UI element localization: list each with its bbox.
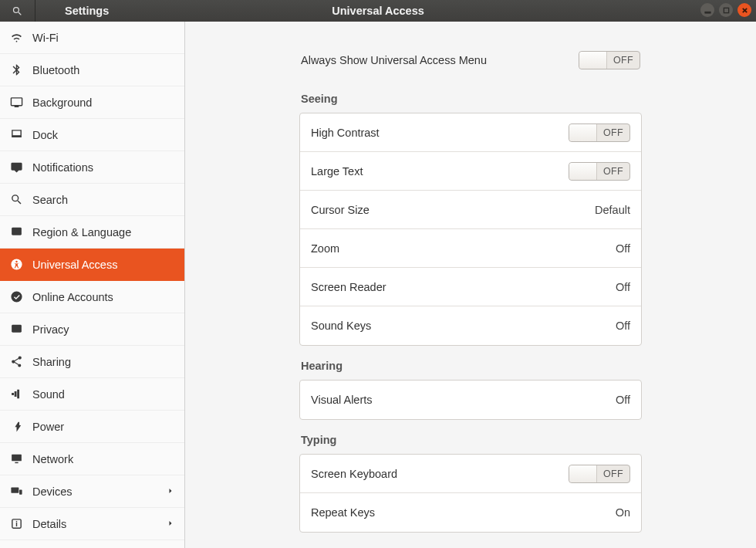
titlebar: Settings Universal Access xyxy=(0,0,756,22)
row-value: Off xyxy=(616,394,630,406)
toggle-state: OFF xyxy=(607,55,640,66)
sidebar-item-label: Privacy xyxy=(32,323,175,336)
row-label: Repeat Keys xyxy=(311,506,375,519)
sidebar-item-details[interactable]: Details xyxy=(0,508,184,540)
sidebar: Wi-Fi Bluetooth Background Dock Notifica… xyxy=(0,22,185,548)
page-title: Universal Access xyxy=(332,5,424,17)
svg-rect-11 xyxy=(11,488,19,493)
sidebar-item-label: Background xyxy=(32,96,175,109)
sidebar-item-label: Power xyxy=(32,421,175,433)
details-icon xyxy=(9,517,23,531)
accessibility-icon xyxy=(9,258,23,272)
svg-rect-9 xyxy=(12,455,22,462)
sidebar-item-bluetooth[interactable]: Bluetooth xyxy=(0,54,184,86)
svg-point-7 xyxy=(15,261,18,263)
sidebar-item-power[interactable]: Power xyxy=(0,411,184,443)
row-cursor-size[interactable]: Cursor Size Default xyxy=(300,191,641,229)
svg-rect-5 xyxy=(12,228,22,235)
row-visual-alerts[interactable]: Visual Alerts Off xyxy=(300,381,641,419)
hearing-panel: Visual Alerts Off xyxy=(299,380,642,420)
row-high-contrast[interactable]: High Contrast OFF xyxy=(300,113,641,152)
toggle-knob xyxy=(579,52,607,69)
svg-rect-8 xyxy=(12,325,22,333)
seeing-panel: High Contrast OFF Large Text OFF Cursor … xyxy=(299,113,642,346)
sidebar-item-label: Details xyxy=(32,518,157,530)
close-button[interactable] xyxy=(737,3,751,17)
always-show-toggle[interactable]: OFF xyxy=(579,51,640,69)
row-label: Screen Reader xyxy=(311,281,386,293)
maximize-button[interactable] xyxy=(719,3,733,17)
row-zoom[interactable]: Zoom Off xyxy=(300,229,641,268)
sidebar-item-wifi[interactable]: Wi-Fi xyxy=(0,22,184,54)
sidebar-item-label: Sound xyxy=(32,388,175,401)
row-screen-keyboard[interactable]: Screen Keyboard OFF xyxy=(300,455,641,493)
row-sound-keys[interactable]: Sound Keys Off xyxy=(300,306,641,345)
sidebar-item-background[interactable]: Background xyxy=(0,86,184,119)
sidebar-item-label: Devices xyxy=(32,485,157,498)
search-icon xyxy=(9,193,23,207)
privacy-icon xyxy=(9,323,23,337)
sidebar-item-privacy[interactable]: Privacy xyxy=(0,313,184,346)
dock-icon xyxy=(9,128,23,142)
sharing-icon xyxy=(9,355,23,369)
sidebar-item-devices[interactable]: Devices xyxy=(0,475,184,508)
row-value: Off xyxy=(616,242,630,255)
minimize-button[interactable] xyxy=(700,3,714,17)
sidebar-item-region[interactable]: Region & Language xyxy=(0,216,184,249)
bluetooth-icon xyxy=(9,63,23,77)
sidebar-item-universal-access[interactable]: Universal Access xyxy=(0,249,184,281)
row-screen-reader[interactable]: Screen Reader Off xyxy=(300,268,641,306)
sidebar-item-label: Dock xyxy=(32,129,175,141)
row-label: Screen Keyboard xyxy=(311,468,397,480)
row-value: Default xyxy=(595,204,630,216)
notifications-icon xyxy=(9,161,23,174)
svg-rect-15 xyxy=(15,521,16,522)
section-title-typing: Typing xyxy=(301,434,642,446)
screen-keyboard-toggle[interactable]: OFF xyxy=(569,465,630,483)
sidebar-item-network[interactable]: Network xyxy=(0,443,184,475)
row-label: Cursor Size xyxy=(311,204,370,216)
row-large-text[interactable]: Large Text OFF xyxy=(300,152,641,191)
toggle-state: OFF xyxy=(597,469,629,479)
sidebar-item-label: Network xyxy=(32,453,175,465)
sidebar-item-label: Sharing xyxy=(32,356,175,368)
search-icon xyxy=(12,5,23,17)
power-icon xyxy=(9,420,23,434)
large-text-toggle[interactable]: OFF xyxy=(569,162,630,181)
svg-rect-4 xyxy=(12,135,20,137)
sidebar-item-notifications[interactable]: Notifications xyxy=(0,151,184,184)
row-label: Sound Keys xyxy=(311,320,371,332)
section-title-seeing: Seeing xyxy=(301,93,642,105)
high-contrast-toggle[interactable]: OFF xyxy=(569,123,630,142)
row-label: Zoom xyxy=(311,242,339,255)
svg-rect-12 xyxy=(19,489,22,494)
row-value: On xyxy=(616,506,630,519)
typing-panel: Screen Keyboard OFF Repeat Keys On xyxy=(299,454,642,533)
window-controls xyxy=(700,3,751,17)
search-button[interactable] xyxy=(0,0,35,22)
toggle-knob xyxy=(569,465,597,482)
always-show-row: Always Show Universal Access Menu OFF xyxy=(299,51,642,69)
sidebar-item-label: Online Accounts xyxy=(32,291,175,303)
sidebar-item-sharing[interactable]: Sharing xyxy=(0,346,184,378)
sidebar-item-sound[interactable]: Sound xyxy=(0,378,184,411)
row-repeat-keys[interactable]: Repeat Keys On xyxy=(300,493,641,532)
chevron-right-icon xyxy=(166,485,175,498)
sidebar-item-label: Wi-Fi xyxy=(32,32,175,44)
sidebar-item-label: Region & Language xyxy=(32,226,175,238)
sidebar-item-label: Bluetooth xyxy=(32,64,175,76)
sound-icon xyxy=(9,387,23,401)
always-show-label: Always Show Universal Access Menu xyxy=(301,54,487,66)
sidebar-item-dock[interactable]: Dock xyxy=(0,119,184,151)
devices-icon xyxy=(9,485,23,499)
sidebar-item-label: Notifications xyxy=(32,161,175,174)
app-title: Settings xyxy=(35,5,109,17)
svg-rect-10 xyxy=(15,462,18,463)
sidebar-item-online-accounts[interactable]: Online Accounts xyxy=(0,281,184,313)
sidebar-item-search[interactable]: Search xyxy=(0,184,184,216)
toggle-knob xyxy=(569,124,597,141)
toggle-state: OFF xyxy=(597,127,629,138)
region-icon xyxy=(9,225,23,239)
row-label: Visual Alerts xyxy=(311,394,373,406)
wifi-icon xyxy=(9,31,23,45)
